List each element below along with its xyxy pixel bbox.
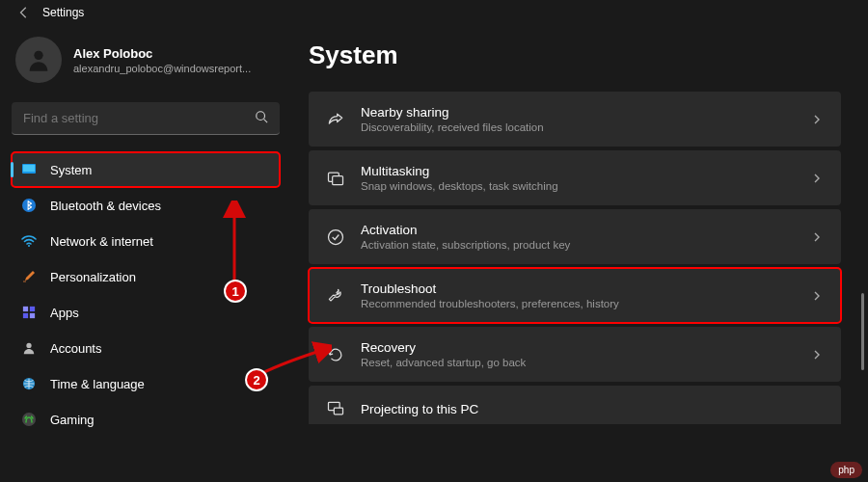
bluetooth-icon — [21, 198, 37, 213]
panel-title: Activation — [361, 223, 797, 237]
svg-point-14 — [22, 413, 36, 426]
multitask-icon — [326, 169, 345, 188]
panel-projecting[interactable]: Projecting to this PC — [309, 386, 841, 424]
svg-point-0 — [34, 51, 42, 60]
svg-point-17 — [329, 229, 343, 244]
sidebar-item-label: System — [50, 163, 92, 177]
svg-rect-16 — [333, 175, 343, 184]
svg-rect-8 — [23, 307, 28, 311]
brush-icon — [21, 269, 37, 284]
sidebar-item-system[interactable]: System — [12, 152, 280, 187]
sidebar-item-label: Bluetooth & devices — [50, 199, 161, 213]
panel-subtitle: Activation state, subscriptions, product… — [361, 239, 797, 251]
annotation-step-2: 2 — [245, 368, 268, 391]
watermark: php — [830, 462, 862, 478]
svg-rect-10 — [23, 313, 28, 318]
panel-recovery[interactable]: Recovery Reset, advanced startup, go bac… — [309, 327, 841, 382]
svg-rect-11 — [30, 313, 35, 318]
share-icon — [326, 110, 345, 129]
profile-block[interactable]: Alex Poloboc alexandru_poloboc@windowsre… — [12, 23, 280, 102]
profile-name: Alex Poloboc — [73, 46, 251, 61]
panel-subtitle: Reset, advanced startup, go back — [361, 357, 797, 368]
panel-troubleshoot[interactable]: Troubleshoot Recommended troubleshooters… — [309, 268, 841, 323]
chevron-right-icon — [812, 111, 824, 128]
search-input[interactable] — [23, 111, 247, 125]
panel-title: Projecting to this PC — [361, 402, 824, 416]
panel-subtitle: Discoverability, received files location — [361, 121, 797, 133]
recovery-icon — [326, 345, 345, 364]
clock-globe-icon — [21, 376, 37, 391]
sidebar-item-label: Time & language — [50, 377, 145, 391]
apps-icon — [21, 305, 37, 320]
back-icon[interactable] — [17, 6, 31, 19]
project-icon — [326, 399, 345, 418]
sidebar-item-gaming[interactable]: Gaming — [12, 402, 280, 437]
panel-subtitle: Recommended troubleshooters, preferences… — [361, 298, 797, 309]
svg-rect-7 — [23, 281, 26, 282]
panel-title: Recovery — [361, 340, 797, 355]
person-icon — [21, 340, 37, 356]
gaming-icon — [21, 412, 37, 427]
main-content: System Nearby sharing Discoverability, r… — [291, 23, 868, 482]
panel-multitasking[interactable]: Multitasking Snap windows, desktops, tas… — [309, 150, 841, 205]
annotation-step-1: 1 — [224, 280, 247, 303]
panel-nearby-sharing[interactable]: Nearby sharing Discoverability, received… — [309, 92, 841, 147]
sidebar: Alex Poloboc alexandru_poloboc@windowsre… — [0, 23, 291, 482]
panel-title: Troubleshoot — [361, 281, 797, 296]
panel-activation[interactable]: Activation Activation state, subscriptio… — [309, 209, 841, 264]
chevron-right-icon — [812, 170, 824, 187]
panel-title: Nearby sharing — [361, 105, 797, 120]
sidebar-item-label: Apps — [50, 306, 79, 320]
sidebar-item-label: Gaming — [50, 413, 95, 427]
sidebar-item-time[interactable]: Time & language — [12, 366, 280, 401]
display-icon — [21, 162, 37, 177]
svg-rect-4 — [23, 165, 35, 172]
chevron-right-icon — [812, 287, 824, 305]
panel-subtitle: Snap windows, desktops, task switching — [361, 180, 797, 192]
page-title: System — [309, 23, 841, 78]
scrollbar[interactable] — [861, 293, 864, 370]
check-circle-icon — [326, 228, 345, 247]
chevron-right-icon — [812, 228, 824, 246]
sidebar-item-label: Personalization — [50, 270, 136, 284]
svg-rect-9 — [30, 307, 35, 311]
svg-rect-19 — [334, 408, 342, 415]
svg-point-1 — [257, 111, 265, 120]
sidebar-item-bluetooth[interactable]: Bluetooth & devices — [12, 188, 280, 223]
wifi-icon — [21, 233, 37, 249]
svg-point-12 — [26, 343, 31, 348]
svg-line-2 — [264, 119, 268, 122]
sidebar-item-accounts[interactable]: Accounts — [12, 331, 280, 365]
sidebar-item-label: Accounts — [50, 341, 101, 356]
search-box[interactable] — [12, 102, 280, 135]
search-icon — [255, 110, 268, 127]
svg-point-6 — [28, 245, 30, 247]
panel-title: Multitasking — [361, 164, 797, 178]
sidebar-item-network[interactable]: Network & internet — [12, 224, 280, 258]
sidebar-item-label: Network & internet — [50, 234, 153, 249]
profile-email: alexandru_poloboc@windowsreport... — [73, 63, 251, 74]
avatar — [15, 37, 62, 83]
wrench-icon — [326, 286, 345, 306]
chevron-right-icon — [812, 346, 824, 363]
window-title: Settings — [42, 6, 84, 19]
